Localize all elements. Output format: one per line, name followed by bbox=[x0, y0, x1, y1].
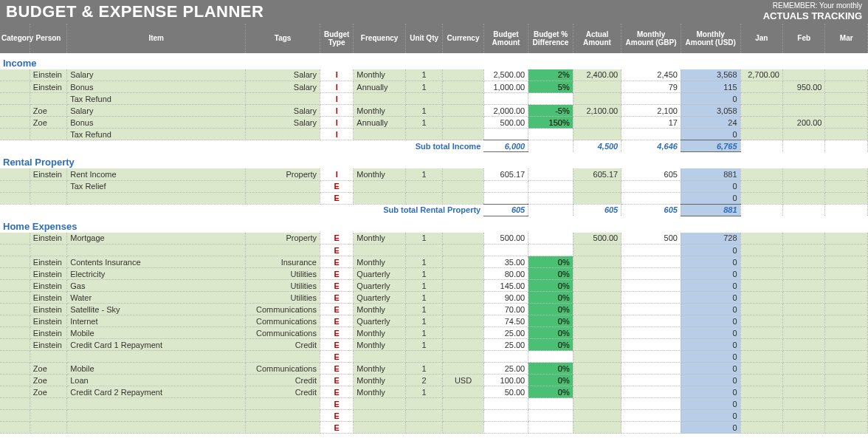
cell-person[interactable]: Einstein bbox=[30, 69, 66, 81]
subtotal-jan[interactable] bbox=[740, 204, 782, 216]
cell-tags[interactable]: Credit bbox=[246, 386, 320, 398]
cell-monthly-usd[interactable]: 0 bbox=[681, 180, 740, 192]
cell-person[interactable]: Einstein bbox=[30, 168, 66, 180]
cell-person[interactable]: Einstein bbox=[30, 280, 66, 292]
cell-mar[interactable] bbox=[825, 168, 868, 180]
subtotal-diff[interactable] bbox=[528, 140, 573, 152]
cell-unit-qty[interactable] bbox=[405, 93, 442, 105]
cell-person[interactable] bbox=[30, 422, 66, 434]
cell-jan[interactable]: 2,700.00 bbox=[740, 69, 782, 81]
cell-unit-qty[interactable]: 1 bbox=[405, 256, 442, 268]
cell-frequency[interactable]: Annually bbox=[354, 117, 406, 129]
cell-tags[interactable]: Salary bbox=[246, 117, 320, 129]
cell-currency[interactable] bbox=[443, 105, 483, 117]
cell-budget-type[interactable]: E bbox=[320, 422, 353, 434]
cell-mar[interactable] bbox=[825, 192, 868, 204]
cell-tags[interactable]: Credit bbox=[246, 375, 320, 386]
cell-person[interactable] bbox=[30, 245, 66, 256]
cell-feb[interactable] bbox=[782, 304, 824, 315]
cell-budget-amount[interactable]: 2,500.00 bbox=[483, 69, 528, 81]
cell-monthly-gbp[interactable] bbox=[621, 280, 681, 292]
cell-frequency[interactable] bbox=[354, 245, 406, 256]
cell-tags[interactable]: Communications bbox=[246, 363, 320, 375]
cell-tags[interactable] bbox=[246, 351, 320, 363]
cell-unit-qty[interactable]: 1 bbox=[405, 280, 442, 292]
cell-person[interactable] bbox=[30, 351, 66, 363]
cell-budget-pct-diff[interactable] bbox=[528, 93, 573, 105]
cell-budget-pct-diff[interactable] bbox=[528, 351, 573, 363]
cell-unit-qty[interactable]: 1 bbox=[405, 69, 442, 81]
cell-budget-amount[interactable] bbox=[483, 351, 528, 363]
cell-actual-amount[interactable] bbox=[573, 339, 621, 351]
cell-monthly-usd[interactable]: 0 bbox=[681, 339, 740, 351]
cell-tags[interactable]: Salary bbox=[246, 81, 320, 93]
cell-budget-type[interactable]: E bbox=[320, 268, 353, 280]
cell-actual-amount[interactable] bbox=[573, 268, 621, 280]
subtotal-monthly-usd[interactable]: 6,765 bbox=[681, 140, 740, 152]
cell-person[interactable]: Zoe bbox=[30, 105, 66, 117]
cell-tags[interactable] bbox=[246, 180, 320, 192]
cell-mar[interactable] bbox=[825, 280, 868, 292]
cell-budget-amount[interactable] bbox=[483, 180, 528, 192]
cell-monthly-usd[interactable]: 24 bbox=[681, 117, 740, 129]
cell-item[interactable]: Bonus bbox=[67, 117, 246, 129]
cell-monthly-gbp[interactable] bbox=[621, 422, 681, 434]
cell-currency[interactable] bbox=[443, 398, 483, 410]
cell-jan[interactable] bbox=[740, 168, 782, 180]
cell-budget-type[interactable]: E bbox=[320, 327, 353, 339]
cell-monthly-gbp[interactable] bbox=[621, 129, 681, 140]
cell-budget-amount[interactable] bbox=[483, 192, 528, 204]
cell-frequency[interactable] bbox=[354, 192, 406, 204]
cell-budget-amount[interactable]: 70.00 bbox=[483, 304, 528, 315]
cell-frequency[interactable]: Monthly bbox=[354, 233, 406, 245]
cell-currency[interactable] bbox=[443, 280, 483, 292]
cell-frequency[interactable]: Monthly bbox=[354, 363, 406, 375]
cell-frequency[interactable]: Quarterly bbox=[354, 280, 406, 292]
cell-monthly-gbp[interactable] bbox=[621, 268, 681, 280]
cell-frequency[interactable] bbox=[354, 351, 406, 363]
cell-tags[interactable] bbox=[246, 93, 320, 105]
cell-feb[interactable] bbox=[782, 315, 824, 327]
cell-budget-type[interactable]: I bbox=[320, 81, 353, 93]
cell-frequency[interactable]: Monthly bbox=[354, 256, 406, 268]
cell-unit-qty[interactable] bbox=[405, 129, 442, 140]
cell-unit-qty[interactable] bbox=[405, 398, 442, 410]
cell-feb[interactable] bbox=[782, 256, 824, 268]
cell-monthly-usd[interactable]: 0 bbox=[681, 375, 740, 386]
cell-currency[interactable] bbox=[443, 245, 483, 256]
cell-mar[interactable] bbox=[825, 233, 868, 245]
cell-budget-pct-diff[interactable] bbox=[528, 192, 573, 204]
cell-currency[interactable] bbox=[443, 268, 483, 280]
cell-budget-type[interactable]: E bbox=[320, 256, 353, 268]
subtotal-feb[interactable] bbox=[782, 140, 824, 152]
cell-monthly-gbp[interactable] bbox=[621, 180, 681, 192]
cell-item[interactable]: Satellite - Sky bbox=[67, 304, 246, 315]
cell-actual-amount[interactable] bbox=[573, 292, 621, 304]
cell-tags[interactable]: Utilities bbox=[246, 292, 320, 304]
cell-person[interactable] bbox=[30, 398, 66, 410]
cell-mar[interactable] bbox=[825, 129, 868, 140]
cell-unit-qty[interactable]: 1 bbox=[405, 339, 442, 351]
cell-monthly-usd[interactable]: 0 bbox=[681, 93, 740, 105]
cell-item[interactable] bbox=[67, 245, 246, 256]
subtotal-monthly-gbp[interactable]: 605 bbox=[621, 204, 681, 216]
cell-currency[interactable] bbox=[443, 256, 483, 268]
cell-feb[interactable] bbox=[782, 292, 824, 304]
cell-person[interactable] bbox=[30, 410, 66, 422]
cell-currency[interactable] bbox=[443, 304, 483, 315]
cell-monthly-gbp[interactable] bbox=[621, 327, 681, 339]
cell-tags[interactable]: Utilities bbox=[246, 268, 320, 280]
cell-monthly-usd[interactable]: 881 bbox=[681, 168, 740, 180]
cell-tags[interactable]: Property bbox=[246, 233, 320, 245]
cell-person[interactable]: Zoe bbox=[30, 117, 66, 129]
cell-item[interactable] bbox=[67, 398, 246, 410]
cell-feb[interactable] bbox=[782, 410, 824, 422]
cell-currency[interactable] bbox=[443, 129, 483, 140]
cell-feb[interactable] bbox=[782, 168, 824, 180]
cell-jan[interactable] bbox=[740, 375, 782, 386]
cell-actual-amount[interactable] bbox=[573, 117, 621, 129]
cell-frequency[interactable] bbox=[354, 180, 406, 192]
cell-category[interactable] bbox=[0, 304, 30, 315]
cell-monthly-gbp[interactable] bbox=[621, 292, 681, 304]
cell-jan[interactable] bbox=[740, 245, 782, 256]
